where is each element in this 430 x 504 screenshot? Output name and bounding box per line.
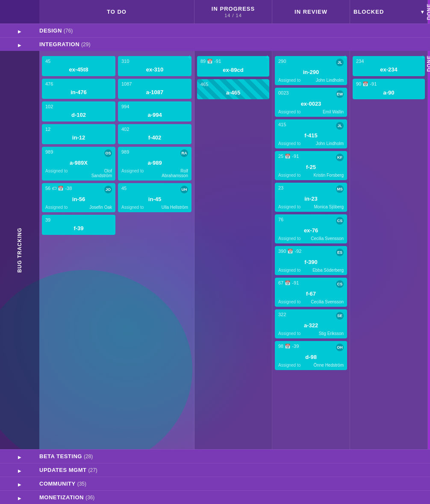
card-f-25[interactable]: 25 📅 -91 KF f-25 Assigned to Kristin For… (275, 151, 347, 180)
card-ex-234[interactable]: 234 ex-234 (353, 56, 425, 76)
card-title: ex-234 (356, 65, 421, 74)
card-d-98[interactable]: 98 📅 -39 OH d-98 Assigned to Önne Hedstr… (275, 341, 347, 370)
card-a-989[interactable]: 989 RA a-989 Assigned to RolfAbrahamsson (118, 147, 191, 181)
card-ex-76[interactable]: 76 CS ex-76 Assigned to Cecilia Svensson (275, 214, 347, 243)
blocked-column: + 234 ex-234 90 📅 -91 a-90 (350, 51, 428, 449)
category-row-integration[interactable]: INTEGRATION (29) (0, 37, 430, 51)
card-ex-45t8[interactable]: 45 ex-45t8 (42, 56, 115, 76)
todo-add-button[interactable]: + (188, 53, 191, 61)
avatar: JO (104, 186, 112, 193)
card-title: ex-76 (278, 226, 344, 234)
category-row-monetization[interactable]: MONETIZATION (36) (0, 490, 430, 504)
done-side-tab[interactable]: DONE17 (428, 51, 430, 449)
integration-label: INTEGRATION (39, 41, 80, 47)
beta-testing-toggle[interactable] (0, 453, 39, 460)
in-progress-add-button[interactable]: + (265, 53, 269, 61)
card-d-102[interactable]: 102 d-102 (42, 101, 115, 122)
card-id: 415 (278, 122, 286, 127)
card-a-1087[interactable]: 1087 a-1087 (118, 79, 191, 99)
chevron-right-icon-6 (18, 494, 21, 501)
card-ex-89cd[interactable]: 89 📅 -91 ex-89cd (197, 56, 269, 77)
community-count: (35) (77, 481, 86, 487)
card-assigned: Assigned to Cecilia Svensson (278, 236, 344, 241)
card-f-390[interactable]: 390 📅 -92 ES f-390 Assigned to Ebba Söde… (275, 246, 347, 275)
card-id: 89 📅 -91 (200, 59, 221, 64)
card-title: a-90 (356, 89, 421, 97)
card-title: a-322 (278, 321, 344, 329)
assigned-name: Kristin Forsberg (313, 173, 344, 178)
in-progress-column: + 89 📅 -91 ex-89cd 465 a-465 (194, 51, 272, 449)
integration-toggle[interactable] (0, 41, 39, 48)
card-header: 989 OS (45, 149, 112, 157)
card-a-465[interactable]: 465 a-465 (197, 79, 269, 99)
card-id: 45 (121, 186, 127, 191)
beta-testing-label: BETA TESTING (39, 453, 82, 460)
design-toggle[interactable] (0, 27, 39, 34)
card-title: in-12 (45, 133, 112, 142)
card-id: 322 (278, 312, 286, 317)
card-ex-0023[interactable]: 0023 EW ex-0023 Assigned to Emil Wallin (275, 88, 347, 117)
assigned-name: Cecilia Svensson (311, 236, 344, 241)
card-header: 0023 EW (278, 90, 344, 98)
card-id: 994 (121, 104, 129, 109)
card-header: 89 📅 -91 (200, 59, 266, 64)
card-id: 989 (45, 149, 53, 154)
in-review-add-button[interactable]: + (343, 53, 347, 61)
card-header: 12 (45, 127, 112, 132)
card-title: d-98 (278, 353, 344, 361)
card-f-67[interactable]: 67 📅 -91 CS f-67 Assigned to Cecilia Sve… (275, 278, 347, 307)
card-in-12[interactable]: 12 in-12 (42, 124, 115, 144)
card-title: in-45 (121, 195, 188, 203)
card-header: 290 JL (278, 59, 344, 66)
card-a-994[interactable]: 994 a-994 (118, 101, 191, 122)
updates-mgmt-toggle[interactable] (0, 467, 39, 474)
card-id: 465 (200, 82, 208, 87)
card-header: 56 🏷 📅 -38 JO (45, 186, 112, 193)
assigned-label: Assigned to (45, 169, 68, 178)
card-in-45[interactable]: 45 UH in-45 Assigned to Ulla Hellström (118, 183, 191, 212)
card-header: 25 📅 -91 KF (278, 154, 344, 161)
community-toggle[interactable] (0, 480, 39, 487)
card-assigned: Assigned to Josefin Oak (45, 205, 112, 210)
monetization-label: MONETIZATION (39, 494, 84, 501)
header-todo[interactable]: TO DO (39, 0, 194, 24)
category-row-community[interactable]: COMMUNITY (35) (0, 477, 430, 490)
sidebar-bug-tracking: BUG TRACKING (0, 51, 39, 449)
card-f-415[interactable]: 415 JL f-415 Assigned to John Lindholm (275, 119, 347, 148)
card-header: 415 JL (278, 122, 344, 130)
header-blocked[interactable]: BLOCKED (350, 0, 428, 24)
card-id: 76 (278, 217, 283, 222)
blocked-add-button[interactable]: + (421, 53, 425, 61)
card-in-56[interactable]: 56 🏷 📅 -38 JO in-56 Assigned to Josefin … (42, 183, 115, 212)
assigned-label: Assigned to (121, 169, 144, 178)
card-in-290[interactable]: 290 JL in-290 Assigned to John Lindholm (275, 56, 347, 85)
done-tab[interactable]: DONE17 (428, 0, 430, 24)
card-header: 102 (45, 104, 112, 109)
card-title: in-56 (45, 195, 112, 203)
done-side-label: DONE17 (426, 55, 430, 72)
card-a-989x[interactable]: 989 OS a-989X Assigned to OlofSandström (42, 147, 115, 181)
header-in-progress[interactable]: IN PROGRESS 14 / 14 (194, 0, 272, 24)
avatar: KF (336, 154, 344, 161)
avatar: OS (104, 149, 112, 157)
card-ex-310[interactable]: 310 ex-310 (118, 56, 191, 76)
monetization-toggle[interactable] (0, 494, 39, 501)
card-f-402[interactable]: 402 f-402 (118, 124, 191, 144)
card-in-23[interactable]: 23 MS in-23 Assigned to Monica Sjöberg (275, 183, 347, 212)
card-f-39[interactable]: 39 f-39 (42, 215, 115, 235)
category-row-updates-mgmt[interactable]: UPDATES MGMT (27) (0, 463, 430, 477)
card-in-476[interactable]: 476 in-476 (42, 79, 115, 99)
card-assigned: Assigned to Stig Eriksson (278, 331, 344, 336)
card-title: a-1087 (121, 88, 188, 96)
category-row-design[interactable]: DESIGN (76) (0, 24, 430, 37)
monetization-count: (36) (85, 495, 94, 501)
assigned-name: Ebba Söderberg (312, 268, 344, 273)
card-a-322[interactable]: 322 SE a-322 Assigned to Stig Eriksson (275, 309, 347, 338)
header-in-review[interactable]: IN REVIEW (272, 0, 350, 24)
assigned-name: Önne Hedström (313, 363, 344, 368)
card-assigned: Assigned to RolfAbrahamsson (121, 169, 188, 178)
card-a-90[interactable]: 90 📅 -91 a-90 (353, 79, 425, 99)
card-title: f-25 (278, 163, 344, 171)
category-row-beta-testing[interactable]: BETA TESTING (28) (0, 449, 430, 463)
avatar: OH (336, 344, 344, 351)
